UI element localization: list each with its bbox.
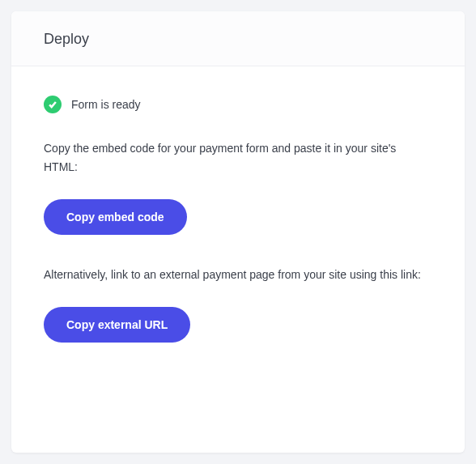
copy-embed-button[interactable]: Copy embed code bbox=[44, 199, 187, 235]
copy-external-url-button[interactable]: Copy external URL bbox=[44, 307, 190, 343]
check-icon bbox=[44, 96, 62, 113]
page-title: Deploy bbox=[44, 31, 432, 48]
embed-description: Copy the embed code for your payment for… bbox=[44, 139, 432, 177]
external-description: Alternatively, link to an external payme… bbox=[44, 266, 432, 284]
status-row: Form is ready bbox=[44, 96, 432, 113]
deploy-card: Deploy Form is ready Copy the embed code… bbox=[11, 11, 465, 453]
card-body: Form is ready Copy the embed code for yo… bbox=[11, 66, 465, 365]
card-header: Deploy bbox=[11, 11, 465, 66]
status-label: Form is ready bbox=[71, 98, 141, 111]
